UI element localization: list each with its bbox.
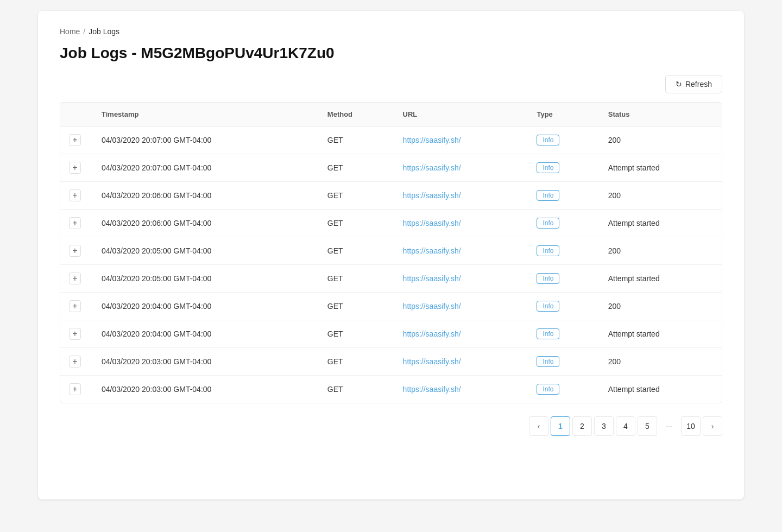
toolbar: ↻ Refresh: [60, 75, 722, 93]
table-row: + 04/03/2020 20:03:00 GMT-04:00 GET http…: [60, 348, 722, 376]
method-cell: GET: [319, 126, 394, 154]
page-title: Job Logs - M5G2MBgoPUv4Ur1K7Zu0: [60, 45, 722, 62]
method-cell: GET: [319, 265, 394, 293]
col-header-type: Type: [528, 103, 599, 126]
expand-button[interactable]: +: [69, 134, 81, 146]
status-cell: 200: [600, 126, 722, 154]
col-header-timestamp: Timestamp: [93, 103, 319, 126]
breadcrumb: Home / Job Logs: [60, 27, 722, 36]
type-cell: Info: [528, 348, 599, 376]
pagination-page-5[interactable]: 5: [638, 416, 657, 436]
timestamp-cell: 04/03/2020 20:06:00 GMT-04:00: [93, 182, 319, 210]
col-header-status: Status: [600, 103, 722, 126]
type-cell: Info: [528, 320, 599, 348]
breadcrumb-home[interactable]: Home: [60, 27, 80, 36]
method-cell: GET: [319, 154, 394, 182]
method-cell: GET: [319, 320, 394, 348]
expand-button[interactable]: +: [69, 356, 81, 368]
url-link[interactable]: https://saasify.sh/: [403, 246, 461, 255]
status-cell: Attempt started: [600, 265, 722, 293]
info-badge[interactable]: Info: [537, 190, 559, 201]
url-link[interactable]: https://saasify.sh/: [403, 302, 461, 311]
expand-cell: +: [60, 376, 93, 403]
url-link[interactable]: https://saasify.sh/: [403, 163, 461, 172]
pagination-page-4[interactable]: 4: [616, 416, 635, 436]
info-badge[interactable]: Info: [537, 162, 559, 173]
page-container: Home / Job Logs Job Logs - M5G2MBgoPUv4U…: [38, 11, 744, 499]
info-badge[interactable]: Info: [537, 328, 559, 339]
expand-button[interactable]: +: [69, 273, 81, 284]
breadcrumb-current: Job Logs: [89, 27, 119, 36]
expand-cell: +: [60, 320, 93, 348]
url-cell: https://saasify.sh/: [394, 154, 528, 182]
table-row: + 04/03/2020 20:03:00 GMT-04:00 GET http…: [60, 376, 722, 403]
info-badge[interactable]: Info: [537, 245, 559, 256]
status-cell: Attempt started: [600, 154, 722, 182]
expand-button[interactable]: +: [69, 300, 81, 312]
url-link[interactable]: https://saasify.sh/: [403, 136, 461, 144]
table-row: + 04/03/2020 20:07:00 GMT-04:00 GET http…: [60, 154, 722, 182]
expand-button[interactable]: +: [69, 328, 81, 340]
pagination-next[interactable]: ›: [703, 416, 722, 436]
url-link[interactable]: https://saasify.sh/: [403, 330, 461, 338]
info-badge[interactable]: Info: [537, 135, 559, 145]
pagination-ellipsis: ···: [659, 416, 679, 436]
pagination-page-3[interactable]: 3: [594, 416, 614, 436]
timestamp-cell: 04/03/2020 20:07:00 GMT-04:00: [93, 126, 319, 154]
refresh-label: Refresh: [685, 80, 712, 88]
timestamp-cell: 04/03/2020 20:07:00 GMT-04:00: [93, 154, 319, 182]
url-cell: https://saasify.sh/: [394, 348, 528, 376]
url-cell: https://saasify.sh/: [394, 293, 528, 320]
timestamp-cell: 04/03/2020 20:04:00 GMT-04:00: [93, 320, 319, 348]
timestamp-cell: 04/03/2020 20:06:00 GMT-04:00: [93, 210, 319, 237]
url-link[interactable]: https://saasify.sh/: [403, 357, 461, 366]
status-cell: 200: [600, 348, 722, 376]
table-header-row: Timestamp Method URL Type Status: [60, 103, 722, 126]
method-cell: GET: [319, 376, 394, 403]
col-header-url: URL: [394, 103, 528, 126]
pagination-prev[interactable]: ‹: [529, 416, 548, 436]
breadcrumb-separator: /: [83, 27, 85, 36]
table-row: + 04/03/2020 20:06:00 GMT-04:00 GET http…: [60, 182, 722, 210]
url-cell: https://saasify.sh/: [394, 182, 528, 210]
info-badge[interactable]: Info: [537, 301, 559, 312]
pagination-page-1[interactable]: 1: [551, 416, 570, 436]
expand-button[interactable]: +: [69, 217, 81, 229]
table-row: + 04/03/2020 20:07:00 GMT-04:00 GET http…: [60, 126, 722, 154]
expand-button[interactable]: +: [69, 189, 81, 201]
pagination-page-10[interactable]: 10: [681, 416, 701, 436]
type-cell: Info: [528, 182, 599, 210]
info-badge[interactable]: Info: [537, 356, 559, 367]
url-cell: https://saasify.sh/: [394, 237, 528, 265]
url-link[interactable]: https://saasify.sh/: [403, 274, 461, 283]
timestamp-cell: 04/03/2020 20:05:00 GMT-04:00: [93, 265, 319, 293]
expand-cell: +: [60, 348, 93, 376]
type-cell: Info: [528, 376, 599, 403]
url-cell: https://saasify.sh/: [394, 126, 528, 154]
pagination: ‹ 1 2 3 4 5 ··· 10 ›: [60, 416, 722, 436]
expand-cell: +: [60, 182, 93, 210]
refresh-icon: ↻: [676, 80, 682, 88]
status-cell: 200: [600, 237, 722, 265]
timestamp-cell: 04/03/2020 20:05:00 GMT-04:00: [93, 237, 319, 265]
expand-cell: +: [60, 265, 93, 293]
expand-button[interactable]: +: [69, 162, 81, 174]
status-cell: Attempt started: [600, 376, 722, 403]
info-badge[interactable]: Info: [537, 384, 559, 395]
expand-button[interactable]: +: [69, 245, 81, 257]
table-row: + 04/03/2020 20:05:00 GMT-04:00 GET http…: [60, 265, 722, 293]
url-link[interactable]: https://saasify.sh/: [403, 385, 461, 394]
info-badge[interactable]: Info: [537, 218, 559, 229]
status-cell: 200: [600, 182, 722, 210]
status-cell: 200: [600, 293, 722, 320]
refresh-button[interactable]: ↻ Refresh: [665, 75, 722, 93]
expand-button[interactable]: +: [69, 383, 81, 395]
info-badge[interactable]: Info: [537, 273, 559, 284]
url-link[interactable]: https://saasify.sh/: [403, 191, 461, 200]
pagination-page-2[interactable]: 2: [572, 416, 592, 436]
url-cell: https://saasify.sh/: [394, 320, 528, 348]
url-link[interactable]: https://saasify.sh/: [403, 219, 461, 227]
type-cell: Info: [528, 237, 599, 265]
type-cell: Info: [528, 293, 599, 320]
table-row: + 04/03/2020 20:05:00 GMT-04:00 GET http…: [60, 237, 722, 265]
